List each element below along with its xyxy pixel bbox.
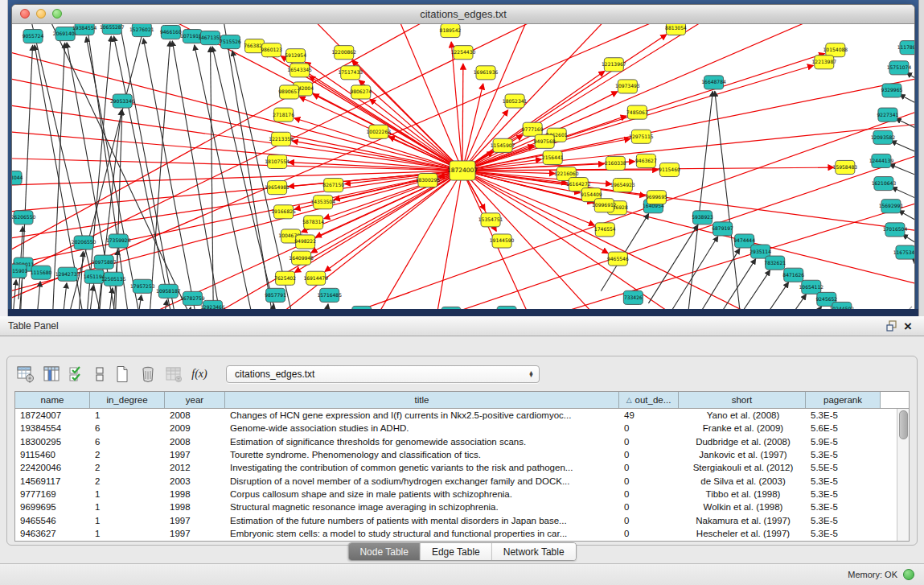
table-row[interactable]: 1938455462009Genome-wide association stu… <box>15 422 909 435</box>
graph-node[interactable]: 10154088 <box>823 43 848 57</box>
graph-node[interactable]: 15276021 <box>129 24 154 37</box>
graph-node[interactable]: 9055724 <box>23 30 44 43</box>
column-header-in_degree[interactable]: in_degree <box>90 392 165 408</box>
graph-node[interactable]: 5938923 <box>692 211 713 225</box>
table-row[interactable]: 1830029562008Estimation of significance … <box>15 435 909 448</box>
zoom-window-icon[interactable] <box>52 9 62 19</box>
graph-node[interactable]: 18107554 <box>265 154 290 168</box>
graph-node[interactable]: 9463627 <box>635 154 657 167</box>
graph-node[interactable]: 8813054 <box>665 24 687 35</box>
graph-node[interactable]: 10654112 <box>799 280 823 294</box>
graph-node[interactable]: 17517433 <box>338 66 363 80</box>
graph-node[interactable]: 17359928 <box>106 234 131 248</box>
column-visibility-icon[interactable] <box>41 364 62 385</box>
graph-node[interactable]: 14353504 <box>310 196 335 209</box>
column-header-short[interactable]: short <box>679 392 806 408</box>
delete-column-icon[interactable] <box>138 364 158 385</box>
graph-node[interactable]: 12505135 <box>101 272 126 286</box>
scrollbar-thumb[interactable] <box>899 410 908 439</box>
graph-node[interactable]: 12093582 <box>871 130 896 144</box>
new-column-icon[interactable] <box>112 364 133 385</box>
row-select-icon[interactable] <box>92 364 107 385</box>
table-row[interactable]: 977716911998Corpus callosum shape and si… <box>15 488 909 501</box>
tab-edge-table[interactable]: Edge Table <box>421 543 492 560</box>
table-selector-dropdown[interactable]: citations_edges.txt ▲▼ <box>226 365 540 383</box>
table-row[interactable]: 2242004622012Investigating the contribut… <box>15 461 909 474</box>
graph-node[interactable]: 3915901 <box>12 264 28 278</box>
graph-node[interactable]: 18052341 <box>503 94 528 108</box>
graph-node[interactable]: 1115680 <box>31 266 52 279</box>
graph-node[interactable]: 10022263 <box>367 125 392 138</box>
graph-node[interactable]: 19144590 <box>490 234 515 248</box>
graph-node[interactable]: 15716485 <box>317 288 342 302</box>
graph-node[interactable]: 7515526 <box>220 35 241 49</box>
memory-status-icon[interactable] <box>903 569 914 580</box>
graph-node[interactable]: 8189542 <box>440 24 462 38</box>
column-header-name[interactable]: name <box>15 392 90 408</box>
graph-node[interactable]: 10958187 <box>156 284 181 298</box>
graph-node[interactable]: 15751074 <box>887 61 912 75</box>
graph-node[interactable]: 15354751 <box>478 213 503 227</box>
graph-node[interactable]: 19654923 <box>610 179 635 192</box>
graph-node[interactable]: 9466160 <box>160 26 182 39</box>
graph-node[interactable]: 12444139 <box>869 154 894 167</box>
graph-node[interactable]: 7832621 <box>764 256 786 270</box>
graph-node[interactable]: 9497568 <box>534 134 556 148</box>
graph-node[interactable]: 15692991 <box>879 200 904 213</box>
graph-node[interactable]: 29053346 <box>110 94 135 108</box>
graph-node[interactable]: 9498222 <box>294 235 316 249</box>
graph-node[interactable]: 8413044 <box>12 171 23 185</box>
network-window[interactable]: citations_edges.txt 90557242069140619384… <box>11 4 915 316</box>
graph-node[interactable]: 12213987 <box>812 56 837 69</box>
column-select-icon[interactable] <box>67 364 88 385</box>
graph-node[interactable]: 12254430 <box>451 46 476 60</box>
graph-node[interactable]: 17957253 <box>130 279 155 293</box>
graph-node[interactable]: 19654981 <box>265 181 290 195</box>
graph-node[interactable]: 10975887 <box>92 255 117 269</box>
graph-node[interactable]: 15958483 <box>833 160 858 174</box>
graph-node[interactable]: 8267150 <box>322 179 344 192</box>
graph-node[interactable]: 16210643 <box>872 177 897 191</box>
citation-network-graph[interactable]: 9055724206914061938455410655287152760219… <box>12 24 914 316</box>
graph-node[interactable]: 9465546 <box>607 252 629 266</box>
graph-node[interactable]: 9860123 <box>261 43 282 57</box>
graph-node[interactable]: 10655287 <box>100 24 125 35</box>
graph-node[interactable]: 5878314 <box>302 216 324 229</box>
graph-node[interactable]: 12213359 <box>269 132 294 146</box>
graph-node[interactable]: 8471626 <box>782 268 804 282</box>
graph-node[interactable]: 12975115 <box>629 130 654 143</box>
graph-node[interactable]: 19384554 <box>72 24 97 35</box>
float-window-icon[interactable] <box>884 318 900 334</box>
table-row[interactable]: 911546021997Tourette syndrome. Phenomeno… <box>15 448 909 461</box>
graph-node[interactable]: 10973493 <box>615 80 640 93</box>
graph-node[interactable]: 10996912 <box>592 199 617 212</box>
graph-node[interactable]: 16543345 <box>287 64 312 77</box>
graph-node[interactable]: 9806274 <box>350 85 372 99</box>
graph-node[interactable]: 12213967 <box>602 58 626 72</box>
graph-node[interactable]: 733426 <box>623 290 643 304</box>
graph-node[interactable]: 16961936 <box>474 66 499 80</box>
graph-node[interactable]: 16914479 <box>303 271 328 285</box>
window-titlebar[interactable]: citations_edges.txt <box>12 5 914 24</box>
table-row[interactable]: 946554611997Estimation of the future num… <box>15 513 909 526</box>
graph-node[interactable]: 18300295 <box>416 174 441 187</box>
graph-node[interactable]: 1746554 <box>594 223 616 237</box>
tab-network-table[interactable]: Network Table <box>492 543 576 560</box>
graph-node[interactable]: 12200862 <box>331 46 356 60</box>
graph-node[interactable]: 9115460 <box>659 163 680 176</box>
graph-node[interactable]: 9777169 <box>522 122 544 136</box>
table-mode-icon[interactable] <box>15 364 36 385</box>
graph-node[interactable]: 12942737 <box>55 267 80 281</box>
close-window-icon[interactable] <box>20 9 30 19</box>
graph-node[interactable]: 26206550 <box>12 211 35 225</box>
column-header-title[interactable]: title <box>225 392 619 408</box>
delete-table-icon[interactable] <box>163 364 184 385</box>
graph-node[interactable]: 2718176 <box>273 108 294 122</box>
graph-node[interactable]: 9329965 <box>881 84 903 97</box>
column-header-out_de[interactable]: △out_de... <box>619 392 679 408</box>
graph-node[interactable]: 6879197 <box>712 222 733 236</box>
graph-node[interactable]: 16648784 <box>701 76 726 89</box>
graph-node[interactable]: 17016504 <box>883 223 908 237</box>
graph-node[interactable]: 2156441 <box>542 150 564 164</box>
graph-node[interactable]: 7625402 <box>274 271 296 285</box>
